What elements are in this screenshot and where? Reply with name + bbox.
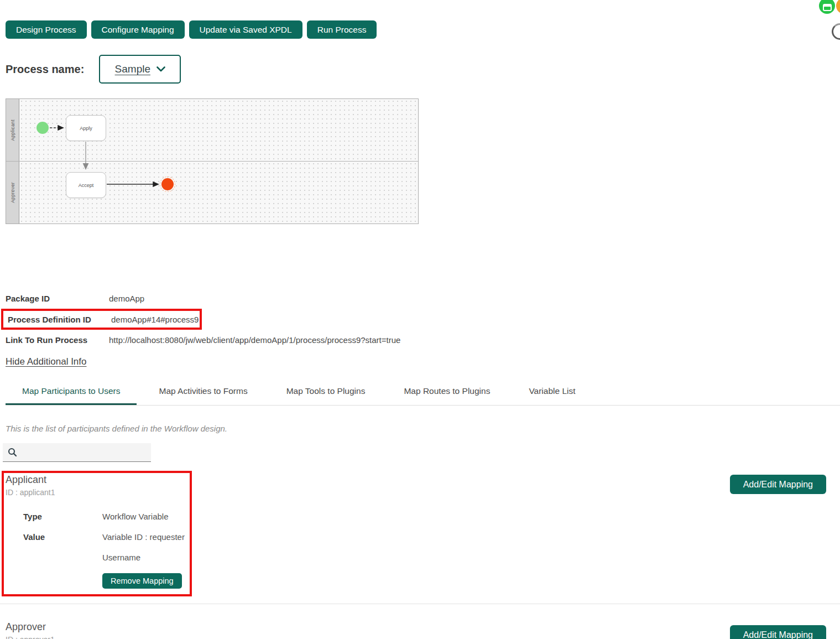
process-definition-id-label: Process Definition ID bbox=[8, 315, 111, 324]
participant-row-approver: Approver ID : approver1 Add/Edit Mapping bbox=[6, 621, 840, 639]
run-process-button[interactable]: Run Process bbox=[307, 20, 377, 39]
lane-approver-label: Approver bbox=[6, 162, 19, 224]
participants-note: This is the list of participants defined… bbox=[6, 424, 840, 433]
link-to-run-process-row: Link To Run Process http://localhost:808… bbox=[6, 331, 840, 349]
end-event-icon[interactable] bbox=[161, 178, 174, 190]
mapping-tabs: Map Participants to Users Map Activities… bbox=[6, 379, 840, 406]
mapping-extra-value: Username bbox=[102, 553, 190, 562]
start-event-icon[interactable] bbox=[36, 122, 49, 134]
link-to-run-process-label: Link To Run Process bbox=[6, 335, 109, 345]
workflow-diagram: Applicant Approver Apply bbox=[6, 98, 419, 224]
lane-applicant-label-text: Applicant bbox=[10, 120, 15, 141]
process-definition-id-value: demoApp#14#process9 bbox=[111, 315, 199, 324]
toolbar: Design Process Configure Mapping Update … bbox=[6, 20, 840, 39]
participant-divider bbox=[0, 604, 840, 604]
search-icon bbox=[8, 448, 17, 457]
add-edit-mapping-button-applicant[interactable]: Add/Edit Mapping bbox=[730, 475, 826, 494]
page-container: Design Process Configure Mapping Update … bbox=[0, 20, 840, 639]
process-info-section: Package ID demoApp Process Definition ID… bbox=[6, 290, 840, 367]
applicant-mapping-highlight-box: Applicant ID : applicant1 Type Workflow … bbox=[2, 471, 192, 596]
approver-info: Approver ID : approver1 bbox=[6, 621, 55, 639]
applicant-mapping-details: Type Workflow Variable Value Variable ID… bbox=[23, 512, 190, 589]
lane-applicant-label: Applicant bbox=[6, 99, 19, 161]
window-glyph-icon bbox=[823, 4, 832, 11]
tab-map-routes-to-plugins[interactable]: Map Routes to Plugins bbox=[387, 379, 507, 405]
remove-mapping-button[interactable]: Remove Mapping bbox=[102, 573, 182, 589]
process-name-label: Process name: bbox=[6, 63, 84, 76]
tab-map-tools-to-plugins[interactable]: Map Tools to Plugins bbox=[270, 379, 382, 405]
tab-map-activities-to-forms[interactable]: Map Activities to Forms bbox=[142, 379, 264, 405]
task-apply[interactable]: Apply bbox=[66, 115, 106, 141]
package-id-value: demoApp bbox=[109, 294, 144, 303]
update-via-saved-xpdl-button[interactable]: Update via Saved XPDL bbox=[189, 20, 302, 39]
participant-id: ID : approver1 bbox=[6, 635, 55, 639]
participant-row-applicant: Applicant ID : applicant1 Type Workflow … bbox=[6, 471, 840, 596]
process-name-selected-value: Sample bbox=[115, 63, 150, 75]
mapping-value-value: Variable ID : requester bbox=[102, 532, 190, 542]
package-id-row: Package ID demoApp bbox=[6, 290, 840, 307]
process-definition-id-highlight-box: Process Definition ID demoApp#14#process… bbox=[1, 309, 202, 330]
chevron-down-icon bbox=[156, 66, 165, 72]
participant-search-box bbox=[3, 443, 151, 462]
link-to-run-process-value: http://localhost:8080/jw/web/client/app/… bbox=[109, 335, 400, 345]
mapping-type-value: Workflow Variable bbox=[102, 512, 190, 521]
tab-map-participants-to-users[interactable]: Map Participants to Users bbox=[6, 379, 137, 405]
add-edit-mapping-button-approver[interactable]: Add/Edit Mapping bbox=[730, 625, 826, 639]
extension-green-icon[interactable] bbox=[819, 0, 835, 14]
design-process-button[interactable]: Design Process bbox=[6, 20, 87, 39]
extension-orange-icon[interactable] bbox=[836, 0, 840, 14]
participant-name: Approver bbox=[6, 621, 55, 633]
participant-id: ID : applicant1 bbox=[6, 488, 190, 497]
configure-mapping-button[interactable]: Configure Mapping bbox=[91, 20, 185, 39]
lane-approver-label-text: Approver bbox=[10, 182, 15, 203]
process-name-select[interactable]: Sample bbox=[99, 55, 181, 84]
task-accept[interactable]: Accept bbox=[66, 172, 106, 198]
process-name-row: Process name: Sample bbox=[6, 55, 840, 84]
tab-variable-list[interactable]: Variable List bbox=[512, 379, 592, 405]
mapping-type-label: Type bbox=[23, 512, 102, 521]
mapping-value-label: Value bbox=[23, 532, 102, 542]
participant-name: Applicant bbox=[6, 474, 190, 486]
hide-additional-info-link[interactable]: Hide Additional Info bbox=[6, 356, 87, 367]
participant-search-input[interactable] bbox=[20, 443, 151, 461]
process-definition-id-row: Process Definition ID demoApp#14#process… bbox=[6, 311, 200, 328]
package-id-label: Package ID bbox=[6, 294, 109, 303]
